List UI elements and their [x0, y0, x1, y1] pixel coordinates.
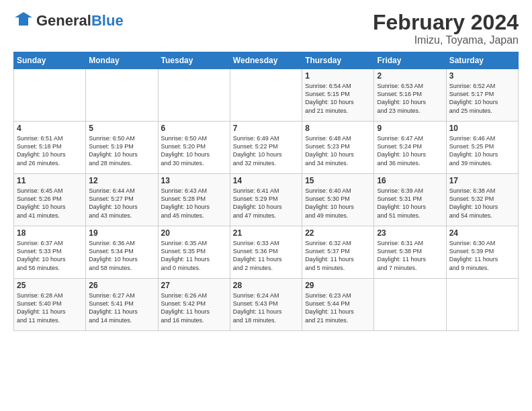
week-row-5: 25Sunrise: 6:28 AM Sunset: 5:40 PM Dayli…	[14, 279, 519, 331]
day-info: Sunrise: 6:46 AM Sunset: 5:25 PM Dayligh…	[449, 134, 515, 167]
day-info: Sunrise: 6:30 AM Sunset: 5:39 PM Dayligh…	[449, 239, 515, 272]
day-info: Sunrise: 6:43 AM Sunset: 5:28 PM Dayligh…	[161, 187, 227, 220]
calendar-cell	[14, 69, 86, 122]
calendar-cell: 18Sunrise: 6:37 AM Sunset: 5:33 PM Dayli…	[14, 226, 86, 279]
col-header-saturday: Saturday	[446, 52, 518, 69]
day-info: Sunrise: 6:37 AM Sunset: 5:33 PM Dayligh…	[17, 239, 83, 272]
day-info: Sunrise: 6:36 AM Sunset: 5:34 PM Dayligh…	[89, 239, 154, 272]
calendar-cell	[158, 69, 230, 122]
day-number: 23	[377, 228, 443, 238]
day-number: 29	[305, 281, 371, 290]
logo-icon	[13, 11, 34, 31]
calendar-cell: 9Sunrise: 6:47 AM Sunset: 5:24 PM Daylig…	[374, 122, 446, 174]
calendar-cell	[374, 279, 446, 331]
day-info: Sunrise: 6:35 AM Sunset: 5:35 PM Dayligh…	[161, 239, 227, 272]
day-number: 8	[305, 124, 371, 133]
calendar-cell	[86, 69, 158, 122]
day-number: 19	[89, 228, 154, 238]
calendar-cell: 29Sunrise: 6:23 AM Sunset: 5:44 PM Dayli…	[302, 279, 374, 331]
day-info: Sunrise: 6:24 AM Sunset: 5:43 PM Dayligh…	[233, 291, 299, 324]
col-header-thursday: Thursday	[302, 52, 374, 69]
day-info: Sunrise: 6:39 AM Sunset: 5:31 PM Dayligh…	[377, 187, 443, 220]
day-info: Sunrise: 6:47 AM Sunset: 5:24 PM Dayligh…	[377, 134, 443, 167]
calendar-cell: 3Sunrise: 6:52 AM Sunset: 5:17 PM Daylig…	[446, 69, 518, 122]
col-header-sunday: Sunday	[14, 52, 86, 69]
day-info: Sunrise: 6:23 AM Sunset: 5:44 PM Dayligh…	[305, 291, 371, 324]
logo: GeneralBlue	[13, 11, 124, 31]
day-info: Sunrise: 6:40 AM Sunset: 5:30 PM Dayligh…	[305, 187, 371, 220]
page: GeneralBlue February 2024 Imizu, Toyama,…	[0, 0, 532, 411]
day-number: 26	[89, 281, 154, 290]
col-header-wednesday: Wednesday	[230, 52, 302, 69]
day-number: 10	[449, 124, 515, 133]
calendar-cell: 4Sunrise: 6:51 AM Sunset: 5:18 PM Daylig…	[14, 122, 86, 174]
week-row-3: 11Sunrise: 6:45 AM Sunset: 5:26 PM Dayli…	[14, 174, 519, 226]
calendar-cell: 5Sunrise: 6:50 AM Sunset: 5:19 PM Daylig…	[86, 122, 158, 174]
calendar-cell	[230, 69, 302, 122]
day-number: 2	[377, 71, 443, 81]
day-info: Sunrise: 6:28 AM Sunset: 5:40 PM Dayligh…	[17, 291, 83, 324]
day-number: 16	[377, 176, 443, 185]
day-info: Sunrise: 6:51 AM Sunset: 5:18 PM Dayligh…	[17, 134, 83, 167]
day-number: 13	[161, 176, 227, 185]
calendar-cell: 26Sunrise: 6:27 AM Sunset: 5:41 PM Dayli…	[86, 279, 158, 331]
calendar-cell: 21Sunrise: 6:33 AM Sunset: 5:36 PM Dayli…	[230, 226, 302, 279]
calendar-cell: 13Sunrise: 6:43 AM Sunset: 5:28 PM Dayli…	[158, 174, 230, 226]
week-row-4: 18Sunrise: 6:37 AM Sunset: 5:33 PM Dayli…	[14, 226, 519, 279]
calendar-cell: 17Sunrise: 6:38 AM Sunset: 5:32 PM Dayli…	[446, 174, 518, 226]
day-info: Sunrise: 6:50 AM Sunset: 5:20 PM Dayligh…	[161, 134, 227, 167]
header-row: SundayMondayTuesdayWednesdayThursdayFrid…	[14, 52, 519, 69]
day-number: 1	[305, 71, 371, 81]
day-info: Sunrise: 6:32 AM Sunset: 5:37 PM Dayligh…	[305, 239, 371, 272]
day-number: 24	[449, 228, 515, 238]
calendar-cell: 10Sunrise: 6:46 AM Sunset: 5:25 PM Dayli…	[446, 122, 518, 174]
day-info: Sunrise: 6:48 AM Sunset: 5:23 PM Dayligh…	[305, 134, 371, 167]
day-number: 3	[449, 71, 515, 81]
day-info: Sunrise: 6:38 AM Sunset: 5:32 PM Dayligh…	[449, 187, 515, 220]
day-number: 4	[17, 124, 83, 133]
day-number: 14	[233, 176, 299, 185]
day-number: 27	[161, 281, 227, 290]
calendar-cell: 7Sunrise: 6:49 AM Sunset: 5:22 PM Daylig…	[230, 122, 302, 174]
calendar-cell: 15Sunrise: 6:40 AM Sunset: 5:30 PM Dayli…	[302, 174, 374, 226]
day-info: Sunrise: 6:31 AM Sunset: 5:38 PM Dayligh…	[377, 239, 443, 272]
day-info: Sunrise: 6:54 AM Sunset: 5:15 PM Dayligh…	[305, 82, 371, 115]
calendar-cell: 8Sunrise: 6:48 AM Sunset: 5:23 PM Daylig…	[302, 122, 374, 174]
calendar-cell	[446, 279, 518, 331]
calendar-cell: 28Sunrise: 6:24 AM Sunset: 5:43 PM Dayli…	[230, 279, 302, 331]
day-info: Sunrise: 6:49 AM Sunset: 5:22 PM Dayligh…	[233, 134, 299, 167]
day-info: Sunrise: 6:27 AM Sunset: 5:41 PM Dayligh…	[89, 291, 154, 324]
day-info: Sunrise: 6:41 AM Sunset: 5:29 PM Dayligh…	[233, 187, 299, 220]
calendar-table: SundayMondayTuesdayWednesdayThursdayFrid…	[13, 52, 519, 331]
day-info: Sunrise: 6:50 AM Sunset: 5:19 PM Dayligh…	[89, 134, 154, 167]
calendar-cell: 19Sunrise: 6:36 AM Sunset: 5:34 PM Dayli…	[86, 226, 158, 279]
day-number: 28	[233, 281, 299, 290]
day-number: 9	[377, 124, 443, 133]
day-number: 12	[89, 176, 154, 185]
calendar-cell: 25Sunrise: 6:28 AM Sunset: 5:40 PM Dayli…	[14, 279, 86, 331]
col-header-friday: Friday	[374, 52, 446, 69]
day-number: 5	[89, 124, 154, 133]
calendar-cell: 14Sunrise: 6:41 AM Sunset: 5:29 PM Dayli…	[230, 174, 302, 226]
week-row-1: 1Sunrise: 6:54 AM Sunset: 5:15 PM Daylig…	[14, 69, 519, 122]
calendar-cell: 2Sunrise: 6:53 AM Sunset: 5:16 PM Daylig…	[374, 69, 446, 122]
week-row-2: 4Sunrise: 6:51 AM Sunset: 5:18 PM Daylig…	[14, 122, 519, 174]
day-number: 18	[17, 228, 83, 238]
day-number: 17	[449, 176, 515, 185]
day-info: Sunrise: 6:45 AM Sunset: 5:26 PM Dayligh…	[17, 187, 83, 220]
calendar-cell: 12Sunrise: 6:44 AM Sunset: 5:27 PM Dayli…	[86, 174, 158, 226]
calendar-cell: 6Sunrise: 6:50 AM Sunset: 5:20 PM Daylig…	[158, 122, 230, 174]
col-header-monday: Monday	[86, 52, 158, 69]
day-number: 22	[305, 228, 371, 238]
calendar-cell: 1Sunrise: 6:54 AM Sunset: 5:15 PM Daylig…	[302, 69, 374, 122]
page-subtitle: Imizu, Toyama, Japan	[373, 34, 519, 46]
calendar-cell: 23Sunrise: 6:31 AM Sunset: 5:38 PM Dayli…	[374, 226, 446, 279]
day-info: Sunrise: 6:33 AM Sunset: 5:36 PM Dayligh…	[233, 239, 299, 272]
day-number: 21	[233, 228, 299, 238]
day-number: 7	[233, 124, 299, 133]
calendar-cell: 20Sunrise: 6:35 AM Sunset: 5:35 PM Dayli…	[158, 226, 230, 279]
day-number: 20	[161, 228, 227, 238]
calendar-cell: 22Sunrise: 6:32 AM Sunset: 5:37 PM Dayli…	[302, 226, 374, 279]
day-number: 11	[17, 176, 83, 185]
day-number: 25	[17, 281, 83, 290]
